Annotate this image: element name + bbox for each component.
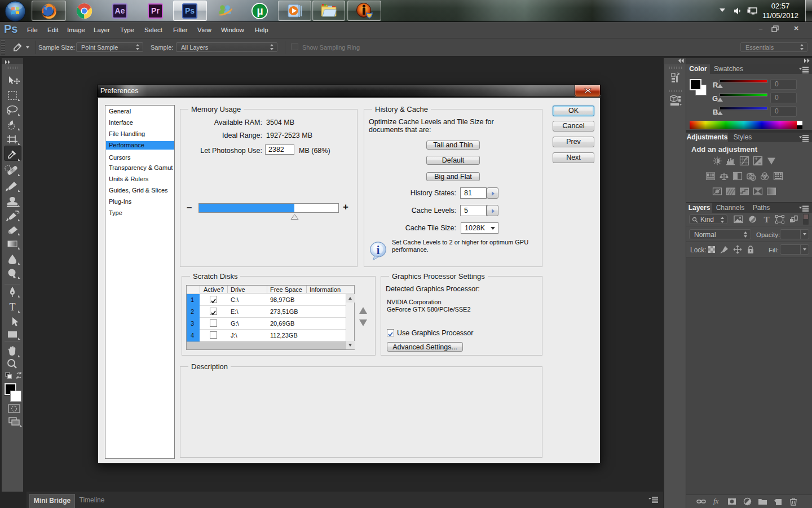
svg-text:T: T bbox=[764, 215, 769, 224]
svg-text:i: i bbox=[377, 244, 380, 256]
svg-text:µ: µ bbox=[257, 5, 263, 17]
svg-text:T: T bbox=[10, 301, 16, 313]
